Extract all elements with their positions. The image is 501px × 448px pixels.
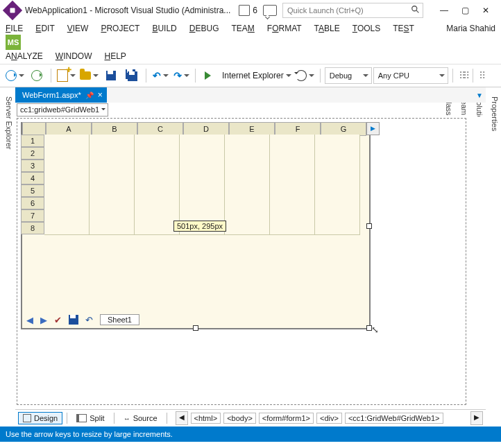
menu-edit[interactable]: EDIT (35, 22, 54, 35)
save-all-button[interactable] (122, 67, 142, 84)
cell[interactable] (90, 147, 135, 160)
sheet-tab[interactable]: Sheet1 (100, 314, 139, 325)
cell[interactable] (270, 184, 315, 198)
col-header-g[interactable]: G (321, 122, 366, 136)
cell[interactable] (90, 160, 135, 173)
row-header-1[interactable]: 1 (21, 135, 44, 147)
cell[interactable] (135, 135, 180, 148)
cell[interactable] (44, 160, 90, 173)
cell[interactable] (270, 160, 315, 173)
cell[interactable] (315, 197, 360, 210)
cell[interactable] (315, 160, 360, 173)
server-explorer-tab[interactable]: Server Explorer (3, 92, 15, 427)
grid-next-icon[interactable]: ▶ (40, 315, 47, 325)
notifications[interactable]: 6 (239, 5, 257, 16)
menu-format[interactable]: FORMAT (267, 22, 302, 35)
cell[interactable] (225, 147, 270, 160)
menu-view[interactable]: VIEW (67, 22, 89, 35)
grid-undo-icon[interactable]: ↶ (85, 315, 93, 325)
cell[interactable] (44, 147, 90, 160)
cell[interactable] (315, 209, 360, 223)
breadcrumb-html[interactable]: <html> (191, 413, 221, 424)
design-view-button[interactable]: Design (18, 412, 62, 424)
cell[interactable] (180, 135, 225, 148)
doc-tab-webform1[interactable]: WebForm1.aspx* 📌 × (15, 87, 107, 103)
cell[interactable] (135, 160, 180, 173)
nav-forward-button[interactable] (27, 67, 46, 84)
feedback-icon[interactable] (263, 5, 277, 16)
row-header-6[interactable]: 6 (21, 197, 44, 209)
menu-build[interactable]: BUILD (152, 22, 176, 35)
cell[interactable] (135, 172, 180, 185)
browser-combo[interactable]: Internet Explorer (221, 67, 293, 84)
row-header-3[interactable]: 3 (21, 160, 44, 172)
cell[interactable] (90, 172, 135, 185)
resize-handle-e[interactable] (366, 223, 372, 229)
cell[interactable] (270, 209, 315, 223)
cell[interactable] (44, 197, 90, 210)
close-button[interactable]: ✕ (476, 3, 495, 18)
cell[interactable] (180, 147, 225, 160)
cell[interactable] (270, 197, 315, 210)
cell[interactable] (135, 184, 180, 198)
cell[interactable] (225, 184, 270, 198)
cell[interactable] (180, 184, 225, 198)
row-header-2[interactable]: 2 (21, 147, 44, 160)
tabs-dropdown-icon[interactable]: ▼ (476, 92, 483, 99)
open-button[interactable] (78, 67, 100, 84)
grid-scroll-right[interactable]: ▶ (366, 122, 380, 135)
maximize-button[interactable]: ▢ (455, 3, 475, 18)
browser-refresh-button[interactable] (294, 67, 316, 84)
properties-tab[interactable]: Properties (489, 92, 501, 427)
cell[interactable] (90, 197, 135, 210)
cell[interactable] (225, 222, 270, 235)
menu-table[interactable]: TABLE (314, 22, 340, 35)
split-view-button[interactable]: Split (71, 412, 109, 424)
cell[interactable] (225, 209, 270, 223)
grid-submit-icon[interactable]: ✔ (54, 315, 62, 325)
start-button[interactable] (200, 67, 219, 84)
cell[interactable] (270, 135, 315, 148)
overflow-icon[interactable]: ⠿⠿ (457, 73, 468, 78)
save-button[interactable] (101, 67, 121, 84)
col-header-e[interactable]: E (229, 122, 275, 136)
menu-analyze[interactable]: ANALYZE (6, 50, 43, 62)
row-header-5[interactable]: 5 (21, 184, 44, 197)
platform-combo[interactable]: Any CPU (373, 67, 448, 84)
config-combo[interactable]: Debug (325, 67, 372, 84)
cell[interactable] (225, 197, 270, 210)
col-header-c[interactable]: C (137, 122, 183, 136)
cell[interactable] (315, 147, 360, 160)
col-header-b[interactable]: B (92, 122, 137, 136)
signed-in-user[interactable]: Maria Shahid (446, 24, 495, 33)
menu-debug[interactable]: DEBUG (189, 22, 219, 35)
source-view-button[interactable]: ↔Source (119, 412, 162, 424)
cell[interactable] (180, 197, 225, 210)
cell[interactable] (44, 135, 90, 148)
col-header-f[interactable]: F (275, 122, 321, 136)
cell[interactable] (44, 209, 90, 223)
col-header-a[interactable]: A (46, 122, 92, 136)
cell[interactable] (315, 135, 360, 148)
cell[interactable] (44, 222, 90, 235)
grid-corner[interactable] (22, 122, 46, 136)
cell[interactable] (90, 184, 135, 198)
row-header-8[interactable]: 8 (21, 222, 44, 234)
menu-help[interactable]: HELP (104, 50, 126, 62)
breadcrumb-gridweb[interactable]: <cc1:GridWeb#GridWeb1> (345, 413, 443, 424)
cell[interactable] (90, 222, 135, 235)
cell[interactable] (225, 135, 270, 148)
quick-launch[interactable] (282, 3, 423, 18)
undo-button[interactable]: ↶ (151, 67, 170, 84)
cell[interactable] (180, 172, 225, 185)
menu-tools[interactable]: TOOLS (353, 22, 380, 35)
grid-prev-icon[interactable]: ◀ (26, 315, 33, 325)
redo-button[interactable]: ↶ (171, 67, 191, 84)
menu-team[interactable]: TEAM (231, 22, 254, 35)
cell[interactable] (44, 172, 90, 185)
cell[interactable] (180, 160, 225, 173)
breadcrumb-body[interactable]: <body> (223, 413, 256, 424)
user-avatar[interactable]: MS (6, 35, 21, 50)
cell[interactable] (90, 209, 135, 223)
cell[interactable] (270, 147, 315, 160)
